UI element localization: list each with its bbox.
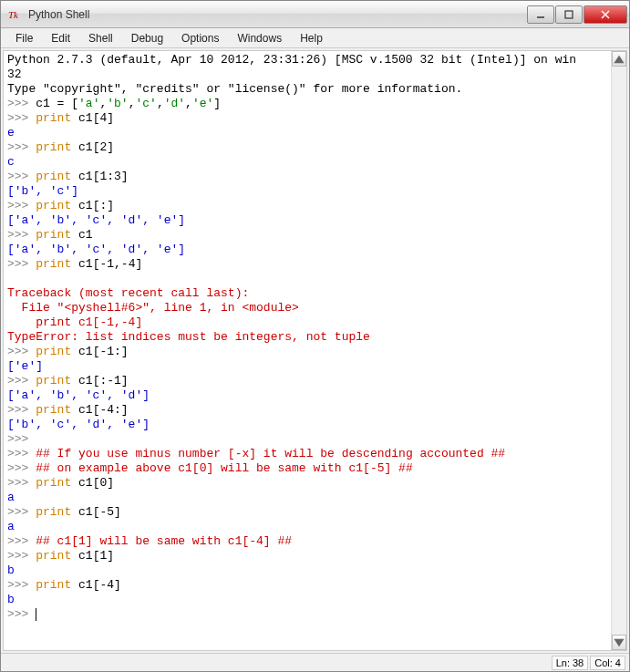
prompt: >>>	[7, 461, 28, 475]
keyword: print	[36, 505, 71, 519]
output: ['a', 'b', 'c', 'd', 'e']	[7, 213, 185, 227]
prompt: >>>	[7, 403, 28, 417]
keyword: print	[36, 403, 71, 417]
keyword: print	[36, 257, 71, 271]
window-title: Python Shell	[28, 8, 526, 21]
input-rest: c1[-4:]	[71, 403, 128, 417]
output: a	[7, 520, 15, 533]
input-rest: c1[-1:]	[71, 345, 128, 358]
input-rest: c1	[71, 228, 92, 242]
input-rest: c1[4]	[71, 111, 114, 125]
keyword: print	[36, 549, 71, 563]
output: e	[7, 126, 15, 140]
banner-line: Type "copyright", "credits" or "license(…	[7, 82, 462, 96]
close-button[interactable]	[584, 5, 627, 24]
output: b	[7, 593, 15, 606]
traceback-line: Traceback (most recent call last):	[7, 286, 249, 300]
keyword: print	[36, 578, 71, 592]
svg-rect-2	[565, 11, 573, 18]
statusbar: Ln: 38 Col: 4	[1, 653, 629, 671]
keyword: print	[36, 140, 71, 154]
keyword: print	[36, 228, 71, 242]
minimize-button[interactable]	[527, 5, 554, 24]
input-rest: c1[-5]	[71, 505, 121, 519]
prompt: >>>	[7, 170, 28, 183]
menu-windows[interactable]: Windows	[228, 30, 291, 47]
traceback-line: TypeError: list indices must be integers…	[7, 330, 370, 344]
input-rest: c1[0]	[71, 476, 114, 490]
keyword: print	[36, 199, 71, 212]
input-rest: c1[1]	[71, 549, 114, 563]
output: ['b', 'c']	[7, 184, 78, 198]
banner-line: Python 2.7.3 (default, Apr 10 2012, 23:3…	[7, 53, 576, 67]
banner-line: 32	[7, 67, 22, 81]
keyword: print	[36, 374, 71, 388]
output: ['a', 'b', 'c', 'd']	[7, 388, 150, 402]
prompt: >>>	[7, 140, 28, 154]
svg-text:Tk: Tk	[8, 9, 19, 20]
keyword: print	[36, 476, 71, 490]
shell-text[interactable]: Python 2.7.3 (default, Apr 10 2012, 23:3…	[4, 51, 610, 650]
prompt: >>>	[7, 476, 28, 490]
input-rest: c1[:-1]	[71, 374, 128, 388]
menu-options[interactable]: Options	[172, 30, 228, 47]
output: ['a', 'b', 'c', 'd', 'e']	[7, 243, 185, 256]
status-line: Ln: 38	[552, 656, 589, 670]
input-rest: c1[2]	[71, 140, 114, 154]
python-shell-window: Tk Python Shell File Edit Shell Debug Op…	[0, 0, 630, 672]
prompt: >>>	[7, 534, 28, 548]
prompt: >>>	[7, 505, 28, 519]
keyword: print	[36, 345, 71, 358]
prompt: >>>	[7, 432, 28, 446]
scroll-down-button[interactable]	[612, 635, 626, 650]
output: ['b', 'c', 'd', 'e']	[7, 418, 150, 431]
prompt: >>>	[7, 374, 28, 388]
comment-line: ## on example above c1[0] will be same w…	[36, 461, 412, 475]
app-icon: Tk	[8, 7, 23, 22]
comment-line: ## c1[1] will be same with c1[-4] ##	[36, 534, 292, 548]
menu-edit[interactable]: Edit	[42, 30, 79, 47]
input-rest: c1[1:3]	[71, 170, 128, 183]
prompt: >>>	[7, 578, 28, 592]
prompt: >>>	[7, 257, 28, 271]
status-col: Col: 4	[590, 656, 625, 670]
prompt: >>>	[7, 199, 28, 212]
maximize-button[interactable]	[555, 5, 583, 24]
output: b	[7, 563, 15, 577]
editor-area: Python 2.7.3 (default, Apr 10 2012, 23:3…	[3, 50, 627, 651]
prompt: >>>	[7, 345, 28, 358]
prompt: >>>	[7, 549, 28, 563]
scroll-up-button[interactable]	[612, 51, 626, 67]
keyword: print	[36, 170, 71, 183]
menu-help[interactable]: Help	[291, 30, 332, 47]
keyword: print	[36, 111, 71, 125]
input-rest: c1[-1,-4]	[71, 257, 142, 271]
menubar: File Edit Shell Debug Options Windows He…	[1, 28, 629, 48]
menu-debug[interactable]: Debug	[122, 30, 172, 47]
prompt: >>>	[7, 228, 28, 242]
titlebar[interactable]: Tk Python Shell	[1, 1, 629, 28]
vertical-scrollbar[interactable]	[611, 51, 626, 650]
comment-line: ## If you use minus number [-x] it will …	[36, 447, 505, 460]
window-controls	[526, 5, 627, 24]
input-rest: c1[-4]	[71, 578, 121, 592]
output: ['e']	[7, 359, 43, 373]
input-line: c1 = ['a','b','c','d','e']	[36, 97, 221, 110]
menu-file[interactable]: File	[6, 30, 42, 47]
prompt: >>>	[7, 97, 28, 110]
text-cursor	[36, 608, 36, 621]
traceback-line: print c1[-1,-4]	[7, 315, 142, 329]
output: a	[7, 491, 15, 504]
prompt: >>>	[7, 607, 28, 621]
prompt: >>>	[7, 111, 28, 125]
menu-shell[interactable]: Shell	[79, 30, 122, 47]
scrollbar-track[interactable]	[612, 67, 626, 635]
input-rest: c1[:]	[71, 199, 114, 212]
prompt: >>>	[7, 447, 28, 460]
output: c	[7, 155, 15, 169]
traceback-line: File "<pyshell#6>", line 1, in <module>	[7, 301, 299, 315]
